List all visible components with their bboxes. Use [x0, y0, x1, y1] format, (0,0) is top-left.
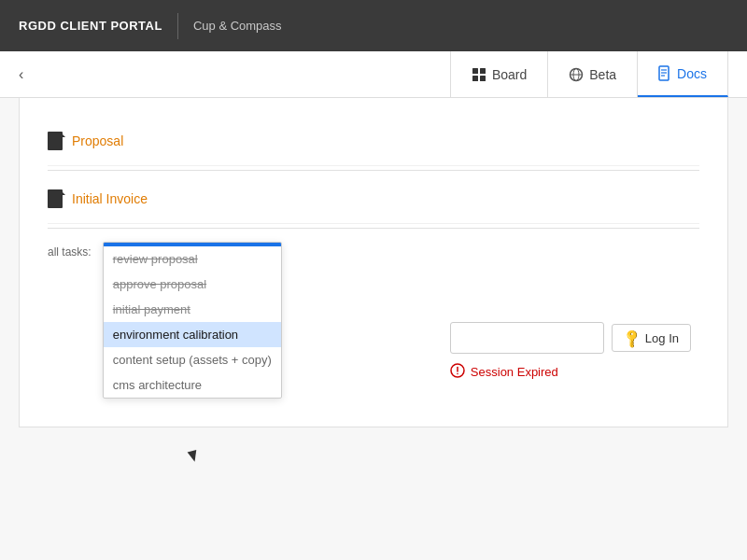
- tasks-dropdown[interactable]: review proposal approve proposal initial…: [103, 242, 282, 399]
- svg-rect-0: [472, 68, 478, 74]
- tab-beta[interactable]: Beta: [548, 51, 638, 97]
- svg-rect-2: [472, 76, 478, 81]
- divider: [48, 170, 699, 171]
- main-area: ‹ Board: [0, 51, 747, 560]
- svg-rect-1: [480, 68, 486, 74]
- topbar: RGDD CLIENT PORTAL Cup & Compass: [0, 0, 747, 51]
- login-button-label: Log In: [645, 331, 679, 345]
- back-button[interactable]: ‹: [19, 66, 23, 83]
- task-review-proposal[interactable]: review proposal: [104, 246, 281, 272]
- topbar-divider: [177, 13, 178, 39]
- login-input[interactable]: [450, 322, 604, 354]
- initial-invoice-label: Initial Invoice: [72, 191, 148, 206]
- tab-docs[interactable]: Docs: [638, 51, 728, 97]
- login-button[interactable]: 🔑 Log In: [612, 324, 691, 352]
- session-expired-row: Session Expired: [450, 363, 558, 381]
- cursor: [189, 451, 200, 468]
- login-row: 🔑 Log In: [450, 322, 691, 354]
- proposal-label: Proposal: [72, 133, 123, 148]
- tasks-section: all tasks: review proposal approve propo…: [48, 232, 699, 408]
- tab-beta-label: Beta: [589, 67, 616, 82]
- svg-point-13: [457, 373, 458, 375]
- login-area: 🔑 Log In Session Expired: [450, 322, 691, 381]
- section-proposal[interactable]: Proposal: [48, 117, 699, 166]
- tab-board[interactable]: Board: [450, 51, 548, 97]
- key-icon: 🔑: [621, 327, 642, 348]
- brand-label: RGDD CLIENT PORTAL: [19, 19, 162, 33]
- globe-icon: [569, 67, 584, 82]
- board-icon: [472, 67, 486, 82]
- tab-docs-label: Docs: [677, 66, 707, 81]
- invoice-doc-icon: [48, 189, 63, 208]
- section-initial-invoice[interactable]: Initial Invoice: [48, 175, 699, 224]
- tab-board-label: Board: [492, 67, 527, 82]
- task-environment-calibration[interactable]: environment calibration: [104, 322, 281, 347]
- proposal-doc-icon: [48, 132, 63, 150]
- divider-2: [48, 228, 699, 229]
- doc-file-icon: [658, 65, 671, 81]
- svg-rect-3: [480, 76, 486, 81]
- session-expired-text: Session Expired: [471, 365, 558, 379]
- session-expired-icon: [450, 363, 465, 381]
- tabs: Board Beta: [450, 51, 728, 97]
- tasks-section-label: all tasks:: [48, 242, 92, 259]
- task-cms-architecture[interactable]: cms architecture: [104, 372, 281, 398]
- task-approve-proposal[interactable]: approve proposal: [104, 272, 281, 297]
- task-initial-payment[interactable]: initial payment: [104, 297, 281, 322]
- task-content-setup[interactable]: content setup (assets + copy): [104, 347, 281, 372]
- tab-nav: ‹ Board: [0, 51, 747, 98]
- client-label: Cup & Compass: [193, 19, 282, 33]
